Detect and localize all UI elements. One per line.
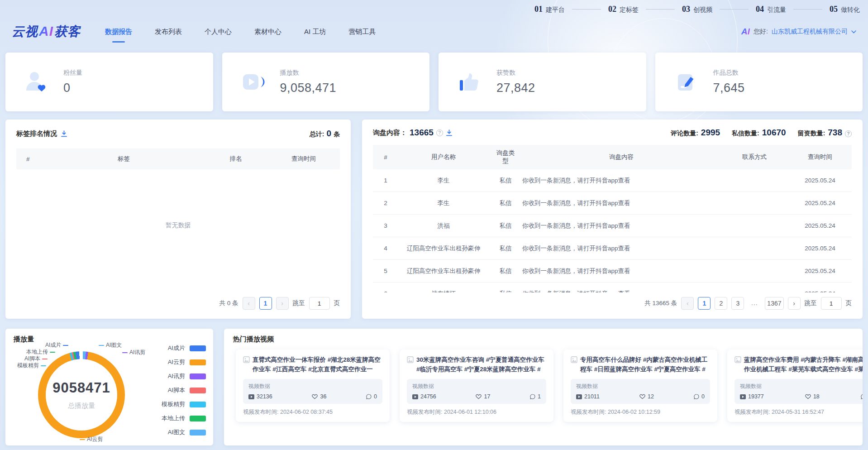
prev-page-button[interactable]: ‹ [681,297,694,310]
legend-swatch [190,359,206,365]
jump-unit: 页 [334,299,340,307]
image-icon [407,356,414,363]
help-icon[interactable]: ? [436,129,443,136]
legend-item[interactable]: 本地上传 [162,414,206,422]
stat-card-likes: 获赞数 27,842 [439,53,646,111]
legend-item[interactable]: AI成片 [162,344,206,352]
stat-card-works: 作品总数 7,645 [655,53,863,111]
works-icon [673,69,700,95]
legend-swatch [190,373,206,379]
company-name[interactable]: 山东凯威工程机械有限公司 [772,28,848,36]
navbar: 云视AI获客 数据报告 发布列表 个人中心 素材中心 AI 工坊 营销工具 AI… [0,20,868,43]
nav-item-marketing-tools[interactable]: 营销工具 [348,25,377,39]
video-title: 30米蓝牌高空作业车咨询 #宁夏普通高空作业车 #临沂专用高空车 #宁夏28米蓝… [416,355,546,374]
nav-item-ai-workshop[interactable]: AI 工坊 [303,25,327,39]
likes-icon [457,69,483,95]
nav-item-data-report[interactable]: 数据报告 [104,25,133,39]
comment-icon [366,394,372,399]
tag-table-header: # 标签 排名 查询时间 [16,148,340,169]
brand-ai-icon: AI [741,27,750,37]
brand-ai-mark: AI [39,24,53,39]
legend-swatch [190,416,206,421]
nav-item-material-center[interactable]: 素材中心 [253,25,282,39]
chevron-down-icon[interactable] [851,30,856,34]
legend-item[interactable]: AI图文 [162,428,206,436]
panel-title: 询盘内容： [373,129,407,137]
page-button-1[interactable]: 1 [259,297,272,310]
heart-icon [639,394,645,399]
page-ellipsis[interactable]: ... [748,297,761,310]
legend-item[interactable]: AI讯剪 [162,372,206,380]
video-title: 专用高空车什么品牌好 #内蒙古高空作业机械工程车 #日照蓝牌高空作业车 #宁夏高… [580,355,710,374]
likes-stat: 36 [312,393,326,400]
publish-time: 视频发布时间: 2024-06-02 10:12:59 [571,408,710,416]
table-row: 5 辽阳高空作业车出租孙豪伸 私信 你收到一条新消息，请打开抖音app查看 20… [373,260,852,282]
legend-item[interactable]: AI脚本 [162,386,206,394]
nav-item-publish-list[interactable]: 发布列表 [154,25,183,39]
legend-swatch [190,430,206,436]
views-stat: 32136 [248,393,272,400]
page-button-1[interactable]: 1 [698,297,711,310]
total-count-text: 共 13665 条 [644,299,677,307]
comment-icon [694,394,699,399]
comments-stat: 0 [694,393,705,400]
jump-page-input[interactable] [821,297,842,310]
next-page-button[interactable]: › [788,297,801,310]
likes-stat: 12 [639,393,654,400]
legend-swatch [190,345,206,351]
step-connector [793,9,822,10]
table-row: 3 洪福 私信 你收到一条新消息，请打开抖音app查看 2025.05.24 [373,215,852,237]
prev-page-button[interactable]: ‹ [243,297,255,310]
legend-item[interactable]: AI云剪 [162,358,206,366]
image-icon [734,356,741,363]
empty-state: 暂无数据 [166,221,191,230]
page-button-last[interactable]: 1367 [765,297,783,310]
stat-label: 播放数 [280,69,337,77]
video-card-4[interactable]: 蓝牌高空作业车费用 #内蒙古升降车 #湖南高空作业机械工程车 #莱芜车载式高空作… [727,349,863,422]
page-button-2[interactable]: 2 [715,297,727,310]
download-icon[interactable] [446,129,453,136]
play-count-icon [412,394,418,399]
table-row: 4 辽阳高空作业车出租孙豪伸 私信 你收到一条新消息，请打开抖音app查看 20… [373,237,852,260]
donut-callout: AI讯剪 [122,349,145,356]
legend-item[interactable]: 模板精剪 [162,400,206,408]
table-row: 6 战友情怀 私信 你收到一条新消息，请打开抖音app查看 2025.05.24 [373,282,852,292]
callout-line [63,345,68,346]
heart-icon [476,394,482,399]
comment-count: 评论数量: 2995 [671,128,720,138]
video-card-2[interactable]: 30米蓝牌高空作业车咨询 #宁夏普通高空作业车 #临沂专用高空车 #宁夏28米蓝… [400,349,553,422]
stat-cards: 粉丝量 0 播放数 9,058,471 获赞数 27,842 [5,53,863,111]
total-count-text: 共 0 条 [219,299,238,307]
plays-icon [240,69,267,95]
play-volume-panel: 播放量 9058471 总播放量 AI成片 AI图文 本地上传 AI脚本 模板精… [5,329,213,445]
step-connector [720,9,749,10]
jump-unit: 页 [846,299,852,307]
brand-logo: 云视AI获客 [12,23,81,40]
total-unit: 条 [334,130,340,139]
dashboard-page: 01 建平台 02 定标签 03 创视频 04 引流量 05 做转化 云视AI获… [0,0,868,450]
heart-icon [805,394,811,399]
step-connector [646,9,675,10]
help-icon[interactable]: ? [845,130,852,137]
page-button-3[interactable]: 3 [731,297,744,310]
nav-item-personal-center[interactable]: 个人中心 [204,25,233,39]
inquiry-panel: 询盘内容： 13665 ? 评论数量: 2995 私信数量: 10670 [362,120,863,319]
step-connector [572,9,601,10]
stat-value: 7,645 [713,81,745,95]
progress-steps: 01 建平台 02 定标签 03 创视频 04 引流量 05 做转化 [534,5,860,14]
panel-title: 热门播放视频 [233,335,854,344]
user-account[interactable]: AI 您好: 山东凯威工程机械有限公司 [741,27,856,37]
legend-swatch [190,388,206,393]
jump-page-input[interactable] [309,297,330,310]
total-value: 0 [326,129,331,139]
next-page-button[interactable]: › [276,297,289,310]
download-icon[interactable] [61,130,67,137]
video-stats-label: 视频数据 [412,383,541,390]
step-3: 03 创视频 [682,5,712,14]
video-card-1[interactable]: 直臂式高空作业一体车报价 #湖北28米蓝牌高空作业车 #江西高空车 #北京直臂式… [236,349,390,422]
video-card-3[interactable]: 专用高空车什么品牌好 #内蒙古高空作业机械工程车 #日照蓝牌高空作业车 #宁夏高… [563,349,717,422]
callout-line [50,352,55,353]
private-message-count: 私信数量: 10670 [732,128,786,138]
inquiry-count: 13665 [410,128,434,138]
image-icon [243,356,250,363]
